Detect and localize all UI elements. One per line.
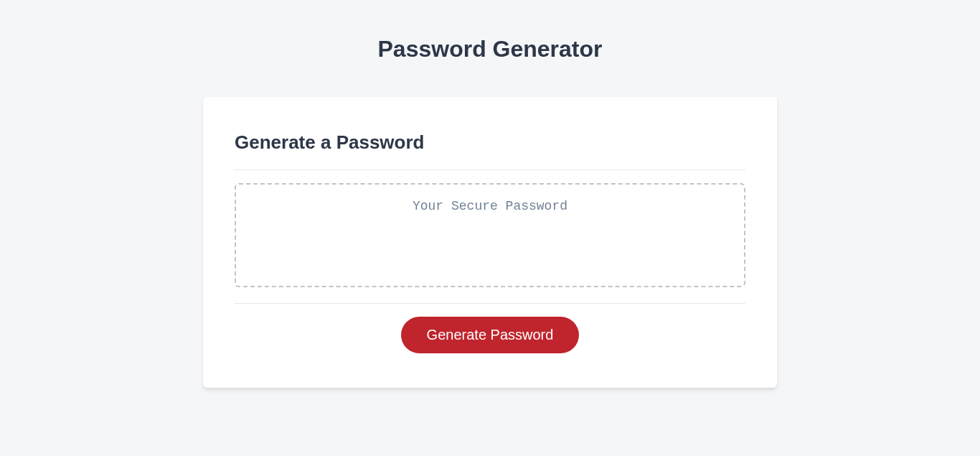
generator-card: Generate a Password Generate Password xyxy=(203,97,777,388)
card-title: Generate a Password xyxy=(235,131,745,154)
card-footer: Generate Password xyxy=(235,304,745,353)
generate-password-button[interactable]: Generate Password xyxy=(401,317,580,353)
password-output[interactable] xyxy=(235,183,745,287)
page-title: Password Generator xyxy=(378,36,603,62)
card-header: Generate a Password xyxy=(235,131,745,170)
card-body xyxy=(235,170,745,304)
